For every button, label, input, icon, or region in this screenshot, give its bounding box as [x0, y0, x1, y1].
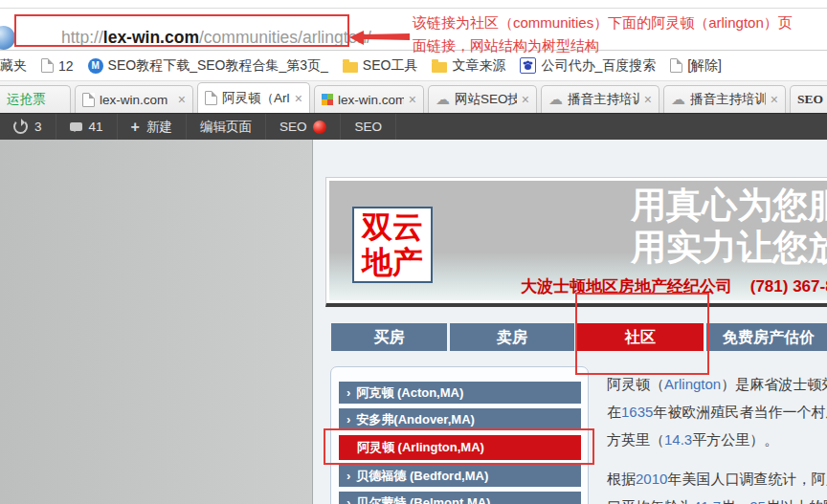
- globe-icon: [0, 26, 15, 50]
- sidebar-item-acton[interactable]: 阿克顿 (Acton,MA): [339, 382, 581, 404]
- bookmark-12[interactable]: 12: [41, 58, 74, 74]
- article-line: 口平均年龄为41.7岁。25岁以上的阿: [607, 493, 827, 504]
- nav-sell[interactable]: 卖房: [450, 323, 574, 351]
- close-icon[interactable]: [409, 92, 416, 107]
- annotation-note-line1: 该链接为社区（communities）下面的阿灵顿（arlington）页: [413, 14, 793, 33]
- folder-icon: [432, 62, 447, 73]
- paragraph-gap: [607, 453, 827, 465]
- m-badge-icon: [88, 58, 103, 74]
- article-line: 根据2010年美国人口调查统计，阿灵: [607, 465, 827, 493]
- seo-status-orb-icon: [313, 121, 326, 134]
- tab-broadcast-1[interactable]: 播音主持培训: [541, 85, 659, 113]
- cloud-icon: [671, 93, 685, 106]
- close-icon[interactable]: [178, 92, 186, 107]
- new-button[interactable]: 新建: [118, 114, 187, 140]
- seo-menu-button-2[interactable]: SEO: [341, 114, 396, 140]
- comments-button[interactable]: 41: [56, 114, 118, 140]
- sidebar-item-bedford[interactable]: 贝德福德 (Bedford,MA): [339, 465, 581, 487]
- baidu-paw-icon: [520, 57, 536, 74]
- comment-bubble-icon: [70, 122, 82, 131]
- bookmark-folder-seo-tools[interactable]: SEO工具: [343, 57, 418, 75]
- browser-window: http://lex-win.com/communities/arlington…: [0, 0, 827, 504]
- close-icon[interactable]: [771, 92, 778, 107]
- tab-lexwin-2[interactable]: lex-win.com: [314, 85, 424, 113]
- refresh-button[interactable]: 3: [0, 114, 56, 140]
- annotation-box-url: [14, 14, 349, 47]
- sidebar-item-andover[interactable]: 安多弗(Andover,MA): [339, 408, 581, 430]
- refresh-icon: [13, 120, 28, 134]
- nav-free-appraisal[interactable]: 免费房产估价: [706, 323, 827, 351]
- page-icon: [82, 93, 95, 107]
- article-line: 在1635年被欧洲殖民者当作一个村庄: [607, 398, 827, 426]
- tab-ticket[interactable]: 运抢票: [0, 85, 71, 113]
- site-grid-icon: [322, 94, 333, 105]
- cloud-icon: [548, 93, 563, 106]
- nav-buy[interactable]: 买房: [331, 323, 447, 351]
- cloud-icon: [436, 93, 450, 106]
- annotation-note-line2: 面链接，网站结构为树型结构: [413, 37, 599, 55]
- plus-icon: [131, 120, 140, 135]
- edit-page-button[interactable]: 编辑页面: [187, 114, 266, 140]
- phone-number: (781) 367-85: [750, 277, 827, 296]
- bookmark-remove[interactable]: [解除]: [670, 57, 722, 75]
- close-icon[interactable]: [522, 92, 529, 107]
- admin-toolbar: 3 41 新建 编辑页面 SEO SEO: [0, 113, 827, 140]
- bookmark-folder-article-source[interactable]: 文章来源: [432, 57, 505, 75]
- chevron-right-icon: [346, 492, 350, 504]
- slogan: 用真心为您服务 用实力让您放心: [631, 185, 827, 269]
- bookmark-seo-tutorial[interactable]: SEO教程下载_SEO教程合集_第3页_: [88, 57, 328, 75]
- chevron-right-icon: [346, 408, 350, 430]
- site-logo[interactable]: 双云 地产: [352, 207, 433, 283]
- annotation-arrow-icon: [349, 30, 411, 46]
- empty-gray-area: [0, 140, 313, 504]
- tab-arlington-active[interactable]: 阿灵顿（Arli: [197, 82, 310, 113]
- article-line: 方英里（14.3平方公里）。: [607, 426, 827, 453]
- seo-menu-button[interactable]: SEO: [266, 114, 342, 140]
- annotation-box-communities-nav: [575, 293, 709, 375]
- chevron-right-icon: [346, 382, 350, 404]
- close-icon[interactable]: [295, 91, 302, 106]
- bookmark-favorites[interactable]: 藏夹: [0, 57, 27, 75]
- tab-strip: 运抢票 lex-win.com 阿灵顿（Arli lex-win.com 网站S…: [0, 80, 827, 113]
- page-icon: [41, 58, 54, 73]
- annotation-box-arlington-item: [324, 428, 594, 465]
- site-header: 双云 地产 用真心为您服务 用实力让您放心 大波士顿地区房地产经纪公司 (781…: [325, 177, 827, 307]
- folder-icon: [343, 62, 358, 73]
- article-text: 阿灵顿（Arlington）是麻省波士顿郊区 在1635年被欧洲殖民者当作一个村…: [607, 370, 827, 504]
- page-icon: [205, 91, 217, 105]
- tab-broadcast-2[interactable]: 播音主持培训: [663, 85, 786, 113]
- chevron-right-icon: [346, 465, 350, 487]
- header-banner: 双云 地产 用真心为您服务 用实力让您放心 大波士顿地区房地产经纪公司 (781…: [329, 181, 827, 300]
- close-icon[interactable]: [644, 92, 652, 107]
- tab-seo-site[interactable]: SEO 网站: [790, 85, 827, 113]
- bookmark-baidu-search[interactable]: 公司代办_百度搜索: [520, 57, 656, 75]
- page-icon: [670, 58, 682, 73]
- sidebar-item-belmont[interactable]: 贝尔蒙特 (Belmont,MA): [339, 492, 581, 504]
- tab-seo-tech[interactable]: 网站SEO技术: [428, 85, 537, 113]
- tab-lexwin-1[interactable]: lex-win.com: [75, 85, 193, 113]
